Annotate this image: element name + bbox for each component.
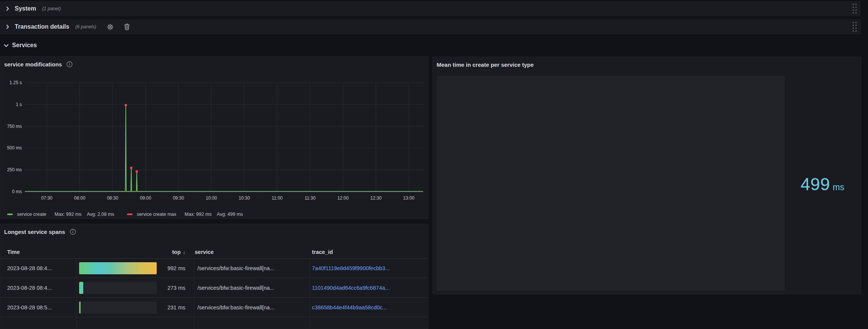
trace-id-link[interactable]: c38658b44e4f44b9aa58cd0c...: [312, 298, 387, 317]
row-title: Transaction details: [15, 23, 69, 30]
panel-title: service modifications: [4, 61, 62, 68]
svg-text:12:30: 12:30: [370, 195, 382, 201]
timeseries-chart[interactable]: 07:3008:0008:3009:0009:3010:0010:3011:00…: [0, 77, 426, 206]
column-header-top[interactable]: top↓: [144, 249, 185, 255]
table-row: 2023-08-28 08:4... 992 ms /services/bfw:…: [0, 258, 428, 278]
drag-handle-icon[interactable]: [852, 21, 857, 32]
row-panel-count: (1 panel): [42, 6, 61, 11]
panel-mean-time-stat: Mean time in create per service type 499…: [432, 57, 861, 294]
svg-text:11:30: 11:30: [305, 195, 316, 201]
legend-series-label[interactable]: service create: [17, 212, 46, 217]
cell-service: /services/bfw:basic-firewall[na...: [197, 278, 274, 298]
dashboard-row-services[interactable]: Services: [0, 37, 230, 53]
cell-top-value: 992 ms: [147, 258, 185, 278]
cell-top-value: 231 ms: [147, 298, 185, 317]
drag-handle-icon[interactable]: [852, 3, 857, 14]
chart-legend: service create Max: 992 ms Avg: 2.08 ms …: [7, 212, 243, 217]
sort-desc-icon: ↓: [183, 249, 186, 255]
column-header-trace-id[interactable]: trace_id: [312, 249, 333, 255]
legend-series-label[interactable]: service create max: [137, 212, 176, 217]
panel-longest-service-spans: Longest service spans Time top↓ service …: [0, 224, 428, 329]
cell-top-value: 273 ms: [147, 278, 185, 298]
table-row: 2023-08-28 08:5... 231 ms /services/bfw:…: [0, 298, 428, 317]
svg-text:1 s: 1 s: [16, 102, 22, 107]
gear-icon[interactable]: [107, 23, 114, 31]
panel-header[interactable]: service modifications: [4, 61, 73, 68]
cell-service: /services/bfw:basic-firewall[na...: [197, 258, 274, 278]
table-row: 2023-08-28 08:4... 273 ms /services/bfw:…: [0, 278, 428, 298]
gauge-fill: [79, 301, 81, 314]
svg-text:08:00: 08:00: [74, 195, 86, 201]
row-panel-count: (6 panels): [75, 24, 96, 29]
panel-header[interactable]: Mean time in create per service type: [437, 61, 534, 68]
legend-series-color: [127, 214, 133, 215]
panel-header[interactable]: Longest service spans: [4, 229, 76, 235]
svg-text:13:00: 13:00: [403, 195, 414, 201]
gauge-bar: [79, 301, 157, 314]
legend-max-value: Max: 992 ms: [55, 212, 82, 217]
panel-title: Longest service spans: [4, 229, 65, 235]
chevron-down-icon: [4, 43, 9, 48]
legend-max-value: Max: 992 ms: [185, 212, 212, 217]
svg-text:10:30: 10:30: [238, 195, 250, 201]
svg-text:250 ms: 250 ms: [7, 167, 22, 172]
svg-text:09:00: 09:00: [140, 195, 151, 201]
cell-time: 2023-08-28 08:5...: [7, 298, 52, 317]
panel-service-modifications: service modifications 07:3008:0008:3009:…: [0, 56, 428, 219]
svg-text:750 ms: 750 ms: [7, 124, 22, 129]
column-header-service[interactable]: service: [195, 249, 214, 255]
svg-text:500 ms: 500 ms: [7, 145, 22, 151]
legend-avg-value: Avg: 499 ms: [217, 212, 243, 217]
chevron-right-icon: [5, 6, 10, 11]
svg-text:08:30: 08:30: [107, 195, 118, 201]
svg-text:11:00: 11:00: [272, 195, 283, 201]
gauge-fill: [79, 282, 83, 294]
trace-id-link[interactable]: 1101490d4ad64cc6a9fc6874a...: [312, 278, 390, 298]
svg-text:0 ms: 0 ms: [12, 189, 22, 194]
cell-time: 2023-08-28 08:4...: [7, 258, 52, 278]
stat-value: 499: [801, 174, 830, 194]
gauge-bar: [79, 262, 157, 274]
stat-unit: ms: [833, 182, 844, 192]
info-icon[interactable]: [70, 229, 76, 235]
svg-text:07:30: 07:30: [41, 195, 52, 201]
trash-icon[interactable]: [124, 23, 130, 30]
svg-text:1.25 s: 1.25 s: [9, 80, 22, 85]
stat-empty-area: [437, 76, 785, 291]
gauge-fill: [79, 262, 157, 274]
svg-text:10:00: 10:00: [206, 195, 217, 201]
svg-text:09:30: 09:30: [173, 195, 184, 201]
stat-value-group: 499 ms: [785, 57, 860, 295]
panel-title: Mean time in create per service type: [437, 61, 534, 68]
chevron-right-icon: [5, 25, 10, 29]
cell-service: /services/bfw:basic-firewall[na...: [197, 298, 274, 317]
info-icon[interactable]: [66, 61, 73, 68]
column-header-time[interactable]: Time: [7, 249, 20, 255]
row-title: System: [15, 5, 36, 12]
dashboard-row-transaction-details[interactable]: Transaction details (6 panels): [0, 19, 861, 34]
gauge-bar: [79, 282, 157, 294]
svg-text:12:00: 12:00: [337, 195, 348, 201]
trace-id-link[interactable]: 7a40f1119e8d459f9900fecbb3...: [312, 258, 390, 278]
cell-time: 2023-08-28 08:4...: [7, 278, 52, 298]
legend-series-color: [7, 214, 13, 215]
row-title: Services: [12, 42, 37, 49]
legend-avg-value: Avg: 2.08 ms: [87, 212, 114, 217]
dashboard-row-system[interactable]: System (1 panel): [0, 1, 861, 16]
